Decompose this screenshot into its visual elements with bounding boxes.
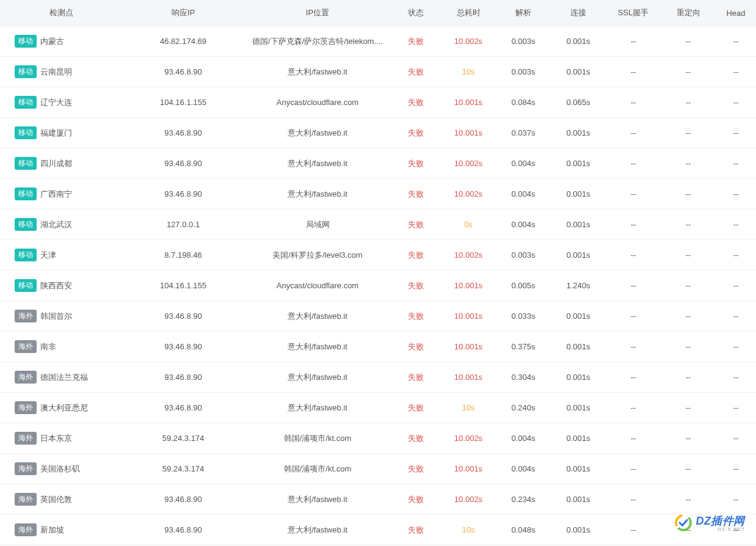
cell-head: --: [716, 240, 756, 271]
cell-total-time: 10.001s: [441, 118, 496, 148]
cell-checkpoint: 移动四川成都: [0, 148, 122, 179]
col-head[interactable]: Head: [716, 0, 756, 26]
cell-ssl: --: [606, 57, 661, 87]
cell-ssl: --: [606, 362, 661, 393]
cell-response-ip: 93.46.8.90: [122, 179, 244, 209]
cell-connect: 0.001s: [551, 179, 606, 209]
cell-head: --: [716, 423, 756, 454]
table-row: 移动内蒙古46.82.174.69德国/下萨克森/萨尔茨吉特/telekom..…: [0, 26, 756, 57]
badge-overseas: 海外: [15, 371, 37, 384]
cell-connect: 0.001s: [551, 332, 606, 362]
cell-total-time: 10.001s: [441, 271, 496, 301]
col-checkpoint[interactable]: 检测点: [0, 0, 122, 26]
cell-ip-location: 意大利/fastweb.it: [244, 515, 391, 545]
cell-status: 失败: [391, 209, 441, 240]
cell-ip-location: 意大利/fastweb.it: [244, 393, 391, 423]
cell-connect: 0.001s: [551, 118, 606, 148]
table-row: 海外美国洛杉矶59.24.3.174韩国/浦项市/kt.com失败10.001s…: [0, 454, 756, 484]
table-row: 海外南非93.46.8.90意大利/fastweb.it失败10.001s0.3…: [0, 332, 756, 362]
col-response-ip[interactable]: 响应IP: [122, 0, 244, 26]
location-text: 辽宁大连: [40, 98, 72, 107]
cell-ip-location: 意大利/fastweb.it: [244, 148, 391, 179]
cell-connect: 0.001s: [551, 209, 606, 240]
cell-total-time: 10.001s: [441, 332, 496, 362]
table-row: 海外德国法兰克福93.46.8.90意大利/fastweb.it失败10.001…: [0, 362, 756, 393]
col-redirect[interactable]: 重定向: [661, 0, 716, 26]
col-total-time[interactable]: 总耗时: [441, 0, 496, 26]
badge-mobile: 移动: [15, 35, 37, 48]
cell-redirect: --: [661, 454, 716, 484]
cell-resolve: 0.004s: [496, 454, 551, 484]
col-ssl[interactable]: SSL握手: [606, 0, 661, 26]
cell-status: 失败: [391, 87, 441, 118]
cell-response-ip: 93.46.8.90: [122, 484, 244, 515]
cell-redirect: --: [661, 393, 716, 423]
cell-resolve: 0.004s: [496, 423, 551, 454]
cell-checkpoint: 海外澳大利亚悉尼: [0, 393, 122, 423]
cell-response-ip: 93.46.8.90: [122, 57, 244, 87]
cell-resolve: 0.003s: [496, 57, 551, 87]
location-text: 陕西西安: [40, 281, 72, 290]
cell-head: --: [716, 271, 756, 301]
table-row: 海外韩国首尔93.46.8.90意大利/fastweb.it失败10.001s0…: [0, 301, 756, 332]
cell-checkpoint: 海外南非: [0, 332, 122, 362]
col-resolve[interactable]: 解析: [496, 0, 551, 26]
cell-total-time: 10.002s: [441, 240, 496, 271]
location-text: 天津: [40, 250, 56, 260]
cell-ssl: --: [606, 26, 661, 57]
table-row: 移动四川成都93.46.8.90意大利/fastweb.it失败10.002s0…: [0, 148, 756, 179]
cell-ssl: --: [606, 240, 661, 271]
cell-ssl: --: [606, 393, 661, 423]
table-row: 移动福建厦门93.46.8.90意大利/fastweb.it失败10.001s0…: [0, 118, 756, 148]
cell-checkpoint: 移动辽宁大连: [0, 87, 122, 118]
cell-total-time: 10.001s: [441, 362, 496, 393]
cell-status: 失败: [391, 271, 441, 301]
cell-resolve: 0.048s: [496, 515, 551, 545]
col-status[interactable]: 状态: [391, 0, 441, 26]
cell-resolve: 0.240s: [496, 393, 551, 423]
badge-mobile: 移动: [15, 218, 37, 231]
location-text: 日本东京: [40, 434, 72, 443]
cell-head: --: [716, 179, 756, 209]
cell-checkpoint: 海外德国法兰克福: [0, 362, 122, 393]
location-text: 德国法兰克福: [40, 373, 88, 382]
cell-response-ip: 59.24.3.174: [122, 454, 244, 484]
cell-redirect: --: [661, 515, 716, 545]
cell-head: --: [716, 393, 756, 423]
cell-total-time: 10.001s: [441, 87, 496, 118]
badge-overseas: 海外: [15, 310, 37, 322]
cell-status: 失败: [391, 362, 441, 393]
cell-ip-location: 意大利/fastweb.it: [244, 179, 391, 209]
table-row: 移动广西南宁93.46.8.90意大利/fastweb.it失败10.002s0…: [0, 179, 756, 209]
badge-overseas: 海外: [15, 523, 37, 536]
cell-ssl: --: [606, 209, 661, 240]
cell-redirect: --: [661, 87, 716, 118]
cell-redirect: --: [661, 118, 716, 148]
cell-head: --: [716, 362, 756, 393]
cell-checkpoint: 移动福建厦门: [0, 118, 122, 148]
cell-ip-location: Anycast/cloudflare.com: [244, 87, 391, 118]
cell-checkpoint: 移动云南昆明: [0, 57, 122, 87]
badge-mobile: 移动: [15, 157, 37, 170]
cell-response-ip: 59.24.3.174: [122, 423, 244, 454]
cell-ip-location: 意大利/fastweb.it: [244, 118, 391, 148]
col-ip-location[interactable]: IP位置: [244, 0, 391, 26]
cell-status: 失败: [391, 148, 441, 179]
col-connect[interactable]: 连接: [551, 0, 606, 26]
cell-ip-location: 意大利/fastweb.it: [244, 57, 391, 87]
cell-ssl: --: [606, 454, 661, 484]
location-text: 湖北武汉: [40, 220, 72, 229]
cell-checkpoint: 海外美国洛杉矶: [0, 454, 122, 484]
cell-resolve: 0.033s: [496, 301, 551, 332]
cell-redirect: --: [661, 179, 716, 209]
badge-mobile: 移动: [15, 96, 37, 109]
cell-status: 失败: [391, 240, 441, 271]
cell-ssl: --: [606, 332, 661, 362]
cell-ssl: --: [606, 179, 661, 209]
cell-total-time: 10.002s: [441, 484, 496, 515]
cell-response-ip: 8.7.198.46: [122, 240, 244, 271]
cell-redirect: --: [661, 26, 716, 57]
cell-response-ip: 93.46.8.90: [122, 148, 244, 179]
cell-resolve: 0.003s: [496, 240, 551, 271]
cell-connect: 0.001s: [551, 454, 606, 484]
